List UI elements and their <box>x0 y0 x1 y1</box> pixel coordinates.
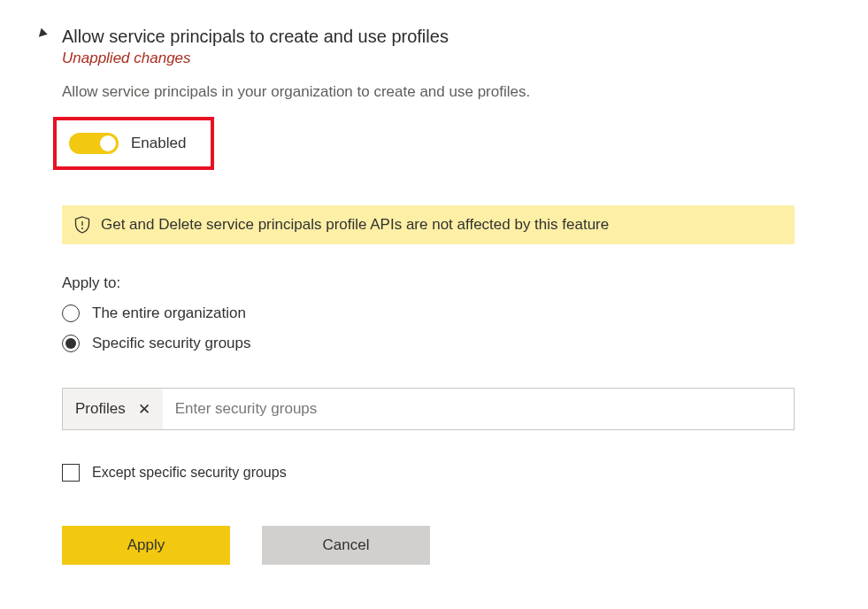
security-groups-input[interactable]: Profiles ✕ <box>62 388 795 430</box>
tag-label: Profiles <box>75 400 126 418</box>
toggle-knob-icon <box>100 135 116 151</box>
enabled-toggle-highlight: Enabled <box>53 117 214 170</box>
remove-tag-icon[interactable]: ✕ <box>138 400 150 419</box>
security-groups-text-input[interactable] <box>163 389 794 429</box>
radio-selected-icon <box>65 338 76 349</box>
setting-title: Allow service principals to create and u… <box>62 25 449 48</box>
radio-label: The entire organization <box>92 304 246 322</box>
setting-description: Allow service principals in your organiz… <box>62 83 833 101</box>
checkbox-icon <box>62 464 80 482</box>
apply-to-label: Apply to: <box>62 274 833 292</box>
radio-entire-organization[interactable]: The entire organization <box>62 304 833 322</box>
radio-label: Specific security groups <box>92 335 251 352</box>
except-checkbox[interactable]: Except specific security groups <box>62 464 833 482</box>
svg-point-1 <box>81 227 83 229</box>
radio-icon <box>62 335 80 352</box>
collapse-caret-icon[interactable] <box>35 28 47 40</box>
security-group-tag: Profiles ✕ <box>63 389 163 429</box>
enabled-toggle-label: Enabled <box>131 135 186 152</box>
radio-specific-security-groups[interactable]: Specific security groups <box>62 335 833 352</box>
radio-icon <box>62 304 80 322</box>
except-checkbox-label: Except specific security groups <box>92 465 287 481</box>
apply-button[interactable]: Apply <box>62 526 230 565</box>
shield-warning-icon <box>74 216 90 234</box>
info-banner-text: Get and Delete service principals profil… <box>101 216 609 234</box>
unapplied-changes-label: Unapplied changes <box>62 50 449 67</box>
info-banner: Get and Delete service principals profil… <box>62 205 795 244</box>
enabled-toggle[interactable] <box>69 133 119 154</box>
cancel-button[interactable]: Cancel <box>262 526 430 565</box>
